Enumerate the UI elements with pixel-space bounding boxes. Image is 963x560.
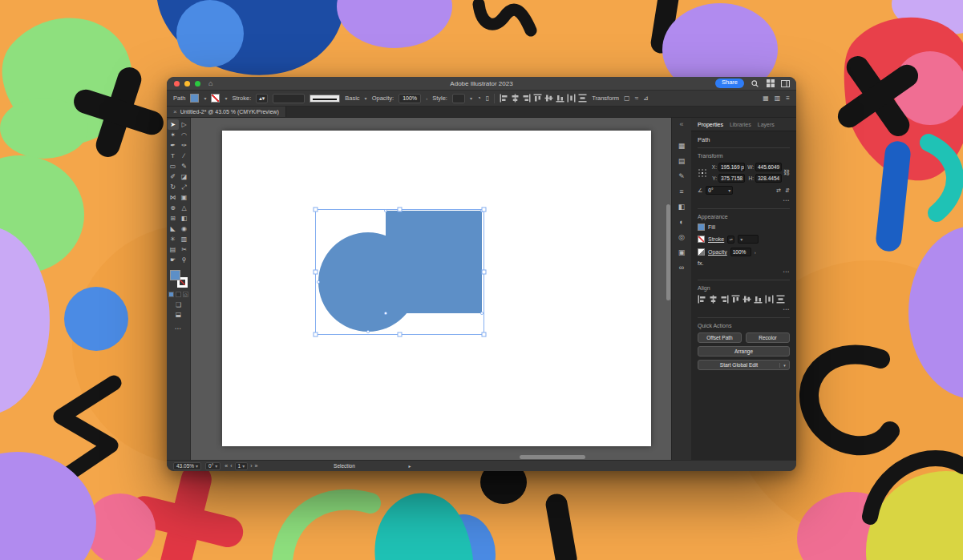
stroke-dropdown-icon[interactable]: ▾ <box>225 95 227 101</box>
last-artboard-icon[interactable]: » <box>255 463 258 469</box>
free-transform-tool[interactable]: ▣ <box>179 192 190 203</box>
opacity-field[interactable]: 100% <box>399 94 421 103</box>
horizontal-align-left-icon[interactable] <box>500 94 508 103</box>
column-graph-tool[interactable]: ▥ <box>179 234 190 244</box>
window-titlebar[interactable]: ⌂ Adobe Illustrator 2023 Share <box>167 77 796 91</box>
appearance-fill-swatch[interactable] <box>698 224 705 231</box>
horizontal-scrollbar[interactable] <box>520 455 585 459</box>
style-dropdown-icon[interactable]: ▾ <box>470 95 472 101</box>
line-segment-tool[interactable]: ∕ <box>179 151 190 161</box>
horizontal-distribute-center-icon[interactable] <box>567 94 576 103</box>
vertical-align-top-icon[interactable] <box>731 295 740 304</box>
brush-name[interactable]: Basic <box>345 95 359 102</box>
offset-path-button[interactable]: Offset Path <box>698 332 742 343</box>
shape-builder-tool[interactable]: ⊕ <box>168 203 179 213</box>
mesh-tool[interactable]: ⊞ <box>168 213 179 224</box>
horizontal-align-center-icon[interactable] <box>709 295 718 304</box>
draw-normal-icon[interactable]: ❏ <box>176 302 181 308</box>
eraser-tool[interactable]: ◪ <box>179 171 190 182</box>
style-swatch[interactable] <box>452 94 465 103</box>
vertical-align-bottom-icon[interactable] <box>754 295 763 304</box>
w-field[interactable]: 445.6049 <box>755 163 782 171</box>
color-button[interactable] <box>168 292 174 297</box>
isolate-icon[interactable]: ⊿ <box>643 95 649 102</box>
screen-mode-icon[interactable]: ⬓ <box>176 312 182 318</box>
transparency-panel-icon[interactable]: ◐ <box>679 219 683 226</box>
brushes-panel-icon[interactable]: ✎ <box>678 173 685 180</box>
transform-more-options-icon[interactable]: ••• <box>698 198 790 203</box>
arrange-documents-icon[interactable] <box>781 79 790 88</box>
vertical-align-center-icon[interactable] <box>742 295 751 304</box>
magic-wand-tool[interactable]: ✶ <box>168 130 179 140</box>
symbol-sprayer-tool[interactable]: ✳ <box>168 234 179 244</box>
share-button[interactable]: Share <box>715 79 744 87</box>
search-icon[interactable] <box>751 79 759 88</box>
zoom-level-dropdown[interactable]: 43.05% ▾ <box>173 462 201 470</box>
bounding-box-icon[interactable]: ▢ <box>624 95 630 102</box>
width-tool[interactable]: ⋈ <box>168 192 179 203</box>
appearance-panel-icon[interactable]: ◎ <box>678 234 685 241</box>
artboard-number-dropdown[interactable]: 1 ▾ <box>235 462 249 470</box>
close-window-button[interactable] <box>174 81 180 87</box>
horizontal-align-center-icon[interactable] <box>511 94 520 103</box>
stroke-color-swatch[interactable] <box>211 94 220 103</box>
scale-tool[interactable]: ⤢ <box>179 182 190 192</box>
appearance-opacity-field[interactable]: 100% <box>730 248 751 256</box>
curvature-tool[interactable]: ✑ <box>179 140 190 151</box>
horizontal-align-right-icon[interactable] <box>720 295 729 304</box>
appearance-opacity-label[interactable]: Opacity <box>708 249 727 255</box>
first-artboard-icon[interactable]: « <box>225 463 228 469</box>
perspective-grid-tool[interactable]: △ <box>179 203 190 213</box>
brush-dropdown-icon[interactable]: ▾ <box>365 95 367 101</box>
lasso-tool[interactable]: ◠ <box>179 130 190 140</box>
flip-horizontal-icon[interactable]: ⇄ <box>776 187 781 194</box>
color-panel-icon[interactable]: ▦ <box>678 143 686 150</box>
none-button[interactable]: ∅ <box>183 292 188 297</box>
tab-layers[interactable]: Layers <box>758 122 775 127</box>
swatches-panel-icon[interactable]: ▤ <box>678 158 686 165</box>
horizontal-align-left-icon[interactable] <box>698 295 706 304</box>
close-document-icon[interactable]: × <box>173 108 177 115</box>
vertical-distribute-center-icon[interactable] <box>776 295 785 304</box>
gradient-panel-icon[interactable]: ◧ <box>678 203 686 211</box>
vertical-align-top-icon[interactable] <box>533 94 542 103</box>
reference-point-locator[interactable] <box>698 168 707 178</box>
brush-preview[interactable] <box>310 95 340 103</box>
document-tab[interactable]: × Untitled-2* @ 43.05 % (CMYK/Preview) <box>167 107 286 117</box>
slice-tool[interactable]: ✂ <box>179 244 190 255</box>
eyedropper-tool[interactable]: ◣ <box>168 224 179 234</box>
h-field[interactable]: 328.4454 <box>755 174 782 183</box>
stroke-weight-stepper-panel[interactable]: ▴▾ <box>727 236 734 244</box>
distribute-spacing-icon[interactable]: ≈ <box>635 95 638 102</box>
expand-panels-icon[interactable]: « <box>679 121 683 128</box>
home-icon[interactable]: ⌂ <box>208 80 212 87</box>
zoom-window-button[interactable] <box>195 81 200 87</box>
stroke-weight-dropdown[interactable]: ▾ <box>738 235 759 244</box>
start-global-edit-button[interactable]: Start Global Edit ▾ <box>698 360 790 370</box>
gradient-button[interactable] <box>176 292 181 297</box>
flip-vertical-icon[interactable]: ⇵ <box>785 187 790 194</box>
opacity-options-icon[interactable]: › <box>755 250 756 255</box>
zoom-tool[interactable]: ⚲ <box>179 255 190 265</box>
type-tool[interactable]: T <box>168 151 179 161</box>
artboard-tool[interactable]: ▤ <box>168 244 179 255</box>
status-options-icon[interactable]: ▸ <box>408 463 411 469</box>
width-profile-dropdown[interactable] <box>273 94 305 103</box>
selected-path[interactable] <box>318 211 482 332</box>
rotation-dropdown[interactable]: 0° ▾ <box>205 462 221 470</box>
hand-tool[interactable]: ☛ <box>168 255 179 265</box>
columns-view-icon[interactable]: ▥ <box>775 95 781 102</box>
appearance-stroke-swatch[interactable] <box>698 236 705 243</box>
constrain-proportions-icon[interactable]: ⛓ <box>783 169 790 176</box>
minimize-window-button[interactable] <box>184 81 190 87</box>
rotation-angle-field[interactable]: 0° ▾ <box>706 186 733 195</box>
rotation-dropdown-icon[interactable]: ▾ <box>728 187 730 195</box>
blend-tool[interactable]: ◉ <box>179 224 190 234</box>
gradient-tool[interactable]: ◧ <box>179 213 190 224</box>
vertical-align-center-icon[interactable] <box>544 94 553 103</box>
x-field[interactable]: 195.169 px <box>718 163 745 171</box>
selection-tool[interactable]: ➤ <box>168 119 179 130</box>
y-field[interactable]: 375.7158 <box>718 174 745 183</box>
appearance-stroke-label[interactable]: Stroke <box>708 236 724 242</box>
grid-view-icon[interactable]: ▦ <box>763 95 769 102</box>
